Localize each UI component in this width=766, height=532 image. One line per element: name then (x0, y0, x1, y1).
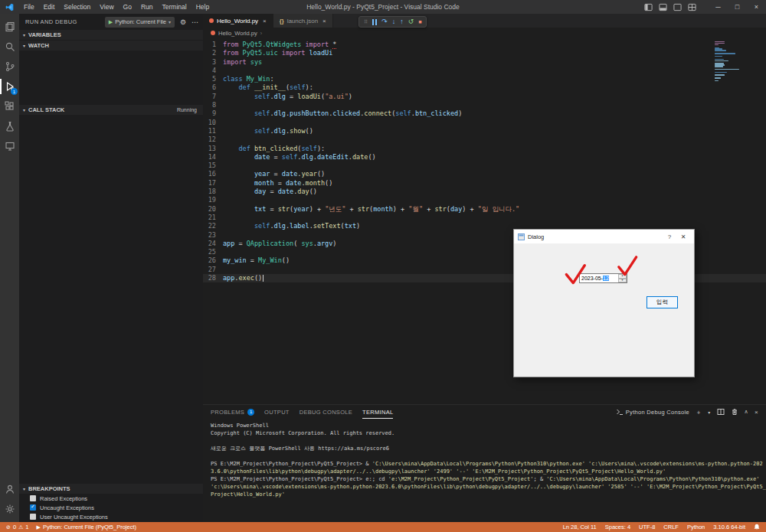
step-out-button-icon[interactable]: ↑ (400, 18, 404, 25)
panel-tab-problems[interactable]: PROBLEMS1 (211, 405, 254, 419)
code-line[interactable]: 14 date = self.dlg.dateEdit.date() (203, 153, 766, 162)
menu-terminal[interactable]: Terminal (158, 0, 192, 14)
status-python-interpreter[interactable]: 3.10.6 64-bit (713, 524, 745, 530)
menu-run[interactable]: Run (136, 0, 158, 14)
breakpoint-item[interactable]: Raised Exceptions (19, 494, 203, 503)
customize-layout-icon[interactable] (688, 3, 696, 11)
new-terminal-icon[interactable]: ＋ (696, 408, 702, 416)
code-line[interactable]: 8 (203, 101, 766, 109)
step-over-button-icon[interactable]: ↷ (381, 18, 388, 25)
restart-button-icon[interactable]: ↺ (408, 18, 414, 25)
terminal-dropdown-chevron-icon[interactable]: ▾ (708, 410, 710, 415)
activity-testing-icon[interactable] (0, 116, 19, 136)
kill-terminal-trash-icon[interactable] (731, 408, 738, 416)
start-debug-icon[interactable]: ▶ (109, 19, 113, 25)
code-line[interactable]: 10 (203, 119, 766, 127)
terminal-output[interactable]: Windows PowerShellCopyright (C) Microsof… (203, 419, 766, 522)
close-window-button-icon[interactable]: × (747, 0, 766, 14)
toggle-sidebar-icon[interactable] (644, 3, 653, 11)
breakpoint-checkbox[interactable] (30, 504, 36, 511)
split-terminal-icon[interactable] (717, 408, 725, 416)
code-line[interactable]: 11 self.dlg.show() (203, 127, 766, 135)
activity-extensions-icon[interactable] (0, 96, 19, 116)
dialog-title-bar[interactable]: Dialog ? ✕ (514, 230, 694, 243)
code-line[interactable]: 2from PyQt5.uic import loadUi (203, 49, 766, 57)
date-edit-field[interactable]: 2023-05-12 ▲ ▼ (579, 273, 627, 283)
menu-go[interactable]: Go (119, 0, 136, 14)
submit-button[interactable]: 입력 (647, 296, 678, 308)
breadcrumb[interactable]: Hello_World.py › (203, 28, 766, 38)
stop-button-icon[interactable]: ■ (418, 19, 421, 24)
notifications-bell-icon[interactable] (754, 524, 760, 530)
code-line[interactable]: 1from PyQt5.QtWidgets import * (203, 41, 766, 49)
menu-file[interactable]: File (19, 0, 39, 14)
code-line[interactable]: 5class My_Win: (203, 75, 766, 83)
section-breakpoints[interactable]: ▾ BREAKPOINTS (19, 484, 203, 494)
code-line[interactable]: 21 (203, 214, 766, 222)
tab-hello-world-py[interactable]: Hello_World.py × (203, 14, 273, 28)
close-tab-icon[interactable]: × (263, 18, 267, 24)
breadcrumb-file[interactable]: Hello_World.py (218, 30, 257, 37)
panel-tab-debug-console[interactable]: DEBUG CONSOLE (300, 405, 352, 419)
dialog-close-button[interactable]: ✕ (676, 233, 690, 240)
activity-explorer-icon[interactable] (0, 17, 19, 37)
toggle-panel-icon[interactable] (659, 3, 667, 11)
code-line[interactable]: 3import sys (203, 58, 766, 67)
section-watch[interactable]: ▾ WATCH (19, 41, 203, 51)
close-tab-icon[interactable]: × (322, 18, 326, 24)
code-line[interactable]: 7 self.dlg = loadUi("a.ui") (203, 93, 766, 101)
dialog-help-button[interactable]: ? (663, 233, 676, 240)
spin-down-icon[interactable]: ▼ (618, 279, 627, 283)
activity-remote-explorer-icon[interactable] (0, 136, 19, 156)
settings-gear-icon[interactable] (0, 499, 19, 519)
menu-view[interactable]: View (95, 0, 118, 14)
maximize-panel-icon[interactable]: ∧ (745, 409, 748, 415)
code-line[interactable]: 18 day = date.day() (203, 188, 766, 196)
minimize-button-icon[interactable]: ─ (709, 0, 728, 14)
status-cursor-position[interactable]: Ln 28, Col 11 (563, 524, 597, 530)
code-line[interactable]: 19 (203, 196, 766, 204)
breakpoint-item[interactable]: User Uncaught Exceptions (19, 512, 203, 521)
activity-search-icon[interactable] (0, 37, 19, 57)
code-line[interactable]: 4 (203, 67, 766, 75)
panel-tab-terminal[interactable]: TERMINAL (362, 405, 393, 419)
debug-gear-icon[interactable]: ⚙ (180, 18, 186, 26)
maximize-button-icon[interactable]: □ (728, 0, 747, 14)
code-line[interactable]: 13 def btn_clicked(self): (203, 145, 766, 153)
breakpoint-checkbox[interactable] (30, 495, 36, 501)
status-indentation[interactable]: Spaces: 4 (605, 524, 630, 530)
toolbar-grip-icon[interactable]: ⠿ (364, 19, 368, 24)
section-variables[interactable]: ▾ VARIABLES (19, 30, 203, 40)
code-line[interactable]: 12 (203, 135, 766, 144)
account-icon[interactable] (0, 479, 19, 499)
debug-config-dropdown[interactable]: ▶ Python: Current File ▾ (105, 17, 175, 28)
code-line[interactable]: 20 txt = str(year) + "년도" + str(month) +… (203, 205, 766, 214)
code-line[interactable]: 15 (203, 162, 766, 170)
section-call-stack[interactable]: ▾ CALL STACK Running (19, 105, 203, 115)
debug-session-status[interactable]: ▶ Python: Current File (PyQt5_Project) (37, 524, 137, 530)
code-line[interactable]: 17 month = date.month() (203, 179, 766, 188)
pause-button-icon[interactable] (372, 19, 377, 25)
panel-tab-output[interactable]: OUTPUT (264, 405, 290, 419)
code-line[interactable]: 9 self.dlg.pushButton.clicked.connect(se… (203, 109, 766, 118)
problems-status[interactable]: ⊘ 0 ⚠ 1 (6, 524, 29, 530)
breakpoint-item[interactable]: Uncaught Exceptions (19, 503, 203, 512)
status-encoding[interactable]: UTF-8 (639, 524, 655, 530)
more-actions-icon[interactable]: ⋯ (192, 18, 198, 26)
code-line[interactable]: 6 def __init__(self): (203, 83, 766, 92)
terminal-profile[interactable]: Python Debug Console (616, 408, 689, 416)
code-line[interactable]: 16 year = date.year() (203, 170, 766, 178)
menu-selection[interactable]: Selection (59, 0, 95, 14)
menu-edit[interactable]: Edit (39, 0, 60, 14)
activity-source-control-icon[interactable] (0, 57, 19, 77)
menu-help[interactable]: Help (192, 0, 214, 14)
close-panel-icon[interactable]: × (755, 409, 758, 416)
status-language-mode[interactable]: Python (687, 524, 705, 530)
toggle-secondary-sidebar-icon[interactable] (673, 3, 682, 11)
step-into-button-icon[interactable]: ↓ (392, 18, 396, 25)
status-eol-sequence[interactable]: CRLF (663, 524, 679, 530)
minimap[interactable] (715, 41, 757, 82)
breakpoint-checkbox[interactable] (30, 514, 36, 520)
activity-run-and-debug-icon[interactable]: 1 (0, 77, 19, 96)
tab-launch-json[interactable]: {} launch.json × (273, 14, 333, 28)
